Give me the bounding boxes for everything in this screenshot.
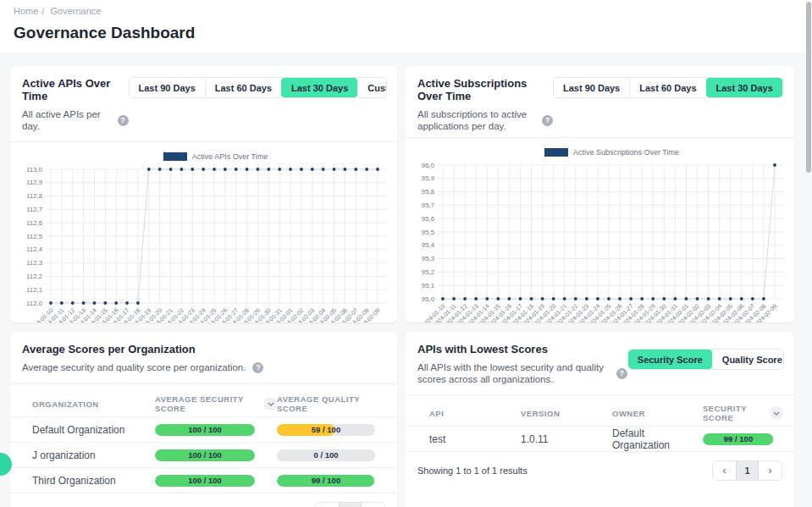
- page-title: Governance Dashboard: [14, 24, 798, 42]
- range-button-last-90-days[interactable]: Last 90 Days: [554, 78, 629, 97]
- svg-text:113,0: 113,0: [26, 166, 43, 174]
- breadcrumb: Home/ Governance: [14, 6, 798, 16]
- legend-label: Active Subscriptions Over Time: [573, 148, 679, 157]
- panel-title: Average Scores per Organization: [22, 343, 263, 355]
- panel-average-scores: Average Scores per Organization Average …: [10, 332, 397, 507]
- quality-score-pill: 99 / 100: [277, 475, 375, 487]
- panel-subtitle: All subscriptions to active applications…: [417, 108, 535, 132]
- toggle-security-score[interactable]: Security Score: [628, 350, 712, 369]
- organization-name: Default Organization: [32, 424, 155, 436]
- page-number[interactable]: 1: [339, 503, 362, 507]
- panel-title: Active APIs Over Time: [22, 77, 129, 102]
- svg-text:95,6: 95,6: [422, 215, 434, 223]
- time-range-group: Last 90 Days Last 60 Days Last 30 Days C…: [129, 77, 388, 98]
- help-icon[interactable]: ?: [118, 115, 129, 126]
- svg-text:95,0: 95,0: [422, 295, 435, 303]
- range-button-last-90-days[interactable]: Last 90 Days: [130, 78, 205, 97]
- column-header-owner: OWNER: [612, 409, 703, 418]
- prev-page-button[interactable]: ‹: [713, 461, 736, 480]
- legend-swatch-icon: [544, 148, 568, 157]
- svg-text:95,2: 95,2: [422, 268, 434, 276]
- legend-swatch-icon: [163, 152, 187, 161]
- governance-dashboard-page: Home/ Governance Governance Dashboard Ac…: [0, 0, 812, 507]
- pagination: ‹ 1 ›: [315, 502, 385, 507]
- next-page-button[interactable]: ›: [362, 503, 384, 507]
- svg-text:95,4: 95,4: [422, 241, 435, 249]
- breadcrumb-home[interactable]: Home: [14, 6, 38, 16]
- active-apis-chart: 113,0112,9112,8112,7112,6112,5112,4112,3…: [15, 163, 390, 322]
- security-score-pill: 100 / 100: [155, 424, 255, 436]
- panel-active-apis-header: Active APIs Over Time All active APIs pe…: [10, 66, 397, 132]
- panel-title: Active Subscriptions Over Time: [417, 77, 553, 102]
- table-footer: Showing 1 to 3 of 3 results ‹ 1 ›: [10, 493, 397, 507]
- range-button-custom[interactable]: Custom: [357, 78, 387, 97]
- page-number[interactable]: 1: [736, 461, 759, 480]
- breadcrumb-separator: /: [41, 6, 44, 16]
- security-score-pill: 100 / 100: [155, 475, 255, 487]
- panel-average-scores-header: Average Scores per Organization Average …: [10, 332, 397, 373]
- api-name: test: [429, 433, 521, 445]
- svg-text:112,5: 112,5: [26, 233, 43, 240]
- table-row[interactable]: test 1.0.11 Default Organization 99 / 10…: [406, 426, 794, 451]
- column-header-security-score: SECURITY SCORE: [703, 404, 766, 422]
- column-header-version: VERSION: [521, 409, 612, 418]
- svg-text:95,7: 95,7: [422, 201, 434, 209]
- chart-legend: Active APIs Over Time: [41, 152, 390, 161]
- organization-name: Third Organization: [32, 475, 155, 487]
- table-row[interactable]: J organization 100 / 100 0 / 100: [10, 442, 397, 467]
- range-button-last-60-days[interactable]: Last 60 Days: [629, 78, 705, 97]
- chart-legend: Active Subscriptions Over Time: [436, 148, 787, 157]
- breadcrumb-governance: Governance: [50, 6, 101, 16]
- svg-text:112,4: 112,4: [26, 245, 43, 253]
- svg-text:95,9: 95,9: [422, 174, 434, 182]
- range-button-custom[interactable]: Custom: [782, 78, 784, 97]
- svg-text:112,0: 112,0: [26, 300, 43, 307]
- organization-name: J organization: [32, 449, 155, 461]
- panel-subtitle: All active APIs per day.: [22, 108, 111, 132]
- range-button-last-60-days[interactable]: Last 60 Days: [205, 78, 281, 97]
- panel-active-subscriptions: Active Subscriptions Over Time All subsc…: [406, 66, 794, 322]
- svg-text:112,6: 112,6: [26, 219, 42, 227]
- svg-text:95,1: 95,1: [422, 282, 434, 289]
- next-page-button[interactable]: ›: [759, 461, 782, 480]
- svg-text:95,3: 95,3: [422, 255, 434, 262]
- dashboard-grid: Active APIs Over Time All active APIs pe…: [10, 66, 794, 507]
- score-toggle-group: Security Score Quality Score: [627, 349, 784, 370]
- quality-score-pill: 0 / 100: [277, 449, 375, 461]
- table-row[interactable]: Default Organization 100 / 100 59 / 100: [10, 416, 397, 442]
- chevron-down-icon: [268, 402, 274, 406]
- column-header-average-security-score: AVERAGE SECURITY SCORE: [155, 394, 260, 413]
- svg-text:96,0: 96,0: [422, 162, 435, 169]
- table-row[interactable]: Third Organization 100 / 100 99 / 100: [10, 467, 397, 493]
- top-header: Home/ Governance Governance Dashboard: [0, 0, 812, 52]
- table-footer: Showing 1 to 1 of 1 results ‹ 1 ›: [406, 452, 794, 481]
- range-button-last-30-days[interactable]: Last 30 Days: [706, 78, 782, 97]
- help-icon[interactable]: ?: [252, 362, 263, 373]
- scrollbar-thumb[interactable]: [806, 2, 811, 173]
- panel-active-subscriptions-header: Active Subscriptions Over Time All subsc…: [406, 66, 794, 132]
- quality-score-pill: 59 / 100: [277, 424, 375, 436]
- range-button-last-30-days[interactable]: Last 30 Days: [281, 78, 357, 97]
- panel-active-apis: Active APIs Over Time All active APIs pe…: [10, 66, 397, 322]
- panel-title: APIs with Lowest Scores: [417, 343, 627, 355]
- security-score-pill: 99 / 100: [703, 433, 774, 445]
- table-header-row: API VERSION OWNER SECURITY SCORE: [406, 400, 794, 426]
- toggle-quality-score[interactable]: Quality Score: [712, 350, 784, 369]
- sort-button[interactable]: [771, 407, 782, 419]
- help-icon[interactable]: ?: [542, 115, 553, 126]
- api-version: 1.0.11: [521, 433, 612, 445]
- column-header-organization: ORGANIZATION: [32, 400, 155, 409]
- legend-label: Active APIs Over Time: [192, 152, 268, 161]
- prev-page-button[interactable]: ‹: [316, 503, 339, 507]
- security-score-pill: 100 / 100: [155, 449, 255, 461]
- svg-text:112,3: 112,3: [26, 259, 42, 267]
- svg-text:112,1: 112,1: [26, 286, 42, 294]
- divider: [10, 383, 397, 384]
- divider: [406, 394, 794, 395]
- chevron-down-icon: [773, 411, 780, 416]
- help-icon[interactable]: ?: [616, 368, 627, 379]
- results-count: Showing 1 to 1 of 1 results: [417, 466, 528, 476]
- sort-button[interactable]: [264, 398, 277, 410]
- panel-subtitle: All APIs with the lowest security and qu…: [417, 361, 610, 385]
- active-subscriptions-chart: 96,095,995,895,795,695,595,495,395,295,1…: [411, 158, 787, 322]
